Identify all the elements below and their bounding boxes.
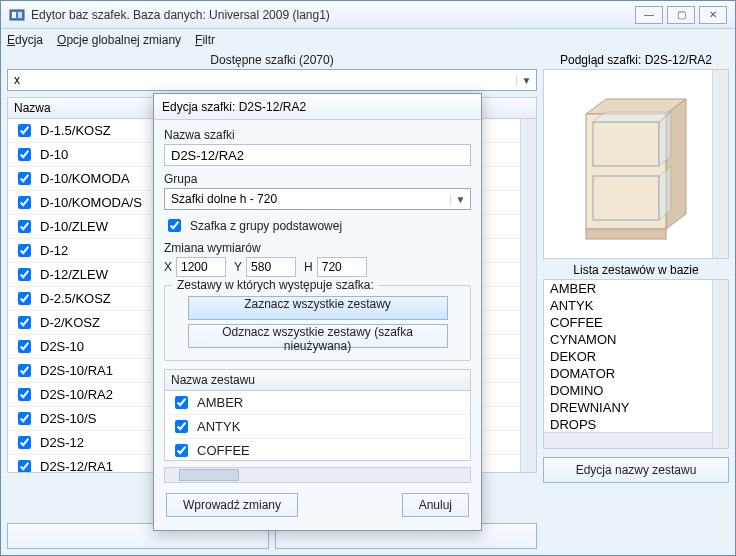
item-checkbox[interactable]	[18, 412, 31, 425]
list-item[interactable]: COFFEE	[165, 439, 470, 461]
maximize-button[interactable]: ▢	[667, 6, 695, 24]
item-checkbox[interactable]	[18, 124, 31, 137]
item-checkbox[interactable]	[175, 420, 188, 433]
filter-input[interactable]	[8, 73, 516, 87]
item-checkbox[interactable]	[18, 148, 31, 161]
svg-rect-11	[586, 229, 666, 239]
titlebar: Edytor baz szafek. Baza danych: Universa…	[1, 1, 735, 29]
menu-edit[interactable]: Edycja	[7, 33, 43, 47]
list-item[interactable]: COFFEE	[544, 314, 728, 331]
deselect-all-sets-button[interactable]: Odznacz wszystkie zestawy (szafka nieuży…	[188, 324, 448, 348]
item-label: D2S-10/RA2	[40, 387, 113, 402]
sets-scrollbar-h[interactable]	[544, 432, 712, 448]
chevron-down-icon[interactable]: ▼	[450, 194, 470, 205]
item-label: D2S-10	[40, 339, 84, 354]
dim-x-label: X	[164, 260, 172, 274]
cabinet-name-input[interactable]	[164, 144, 471, 166]
list-item[interactable]: ANTYK	[165, 415, 470, 439]
item-label: D2S-10/RA1	[40, 363, 113, 378]
item-checkbox[interactable]	[18, 340, 31, 353]
item-label: D-12	[40, 243, 68, 258]
item-label: D-2/KOSZ	[40, 315, 100, 330]
basic-group-checkbox[interactable]	[168, 219, 181, 232]
list-item[interactable]: DOMINO	[544, 382, 728, 399]
list-item[interactable]: ANTYK	[544, 297, 728, 314]
item-label: AMBER	[197, 395, 243, 410]
set-column-header[interactable]: Nazwa zestawu	[164, 369, 471, 391]
available-cabinets-title: Dostępne szafki (2070)	[7, 51, 537, 69]
list-item[interactable]: DOMATOR	[544, 365, 728, 382]
chevron-down-icon[interactable]: ▼	[516, 75, 536, 86]
window-title: Edytor baz szafek. Baza danych: Universa…	[31, 8, 635, 22]
dim-y-label: Y	[234, 260, 242, 274]
svg-marker-10	[659, 166, 671, 220]
cabinet-preview-image	[571, 84, 701, 244]
list-item[interactable]: DEKOR	[544, 348, 728, 365]
edit-cabinet-dialog: Edycja szafki: D2S-12/RA2 Nazwa szafki G…	[153, 93, 482, 531]
item-label: D-2.5/KOSZ	[40, 291, 111, 306]
item-label: D2S-10/S	[40, 411, 96, 426]
main-window: Edytor baz szafek. Baza danych: Universa…	[0, 0, 736, 556]
list-item[interactable]: CYNAMON	[544, 331, 728, 348]
item-label: D-10/ZLEW	[40, 219, 108, 234]
group-input[interactable]	[165, 192, 450, 206]
sets-groupbox: Zestawy w których występuje szafka: Zazn…	[164, 285, 471, 361]
edit-set-name-button[interactable]: Edycja nazwy zestawu	[543, 457, 729, 483]
minimize-button[interactable]: —	[635, 6, 663, 24]
list-item[interactable]: AMBER	[165, 391, 470, 415]
item-checkbox[interactable]	[18, 268, 31, 281]
menu-filter[interactable]: Filtr	[195, 33, 215, 47]
svg-rect-5	[586, 114, 666, 229]
dim-y-input[interactable]	[246, 257, 296, 277]
item-checkbox[interactable]	[175, 444, 188, 457]
basic-group-label: Szafka z grupy podstawowej	[190, 219, 342, 233]
name-label: Nazwa szafki	[164, 128, 471, 142]
menubar: Edycja Opcje globalnej zmiany Filtr	[1, 29, 735, 51]
dims-label: Zmiana wymiarów	[164, 241, 471, 255]
item-label: ANTYK	[197, 419, 240, 434]
dim-h-label: H	[304, 260, 313, 274]
item-label: D-1.5/KOSZ	[40, 123, 111, 138]
sets-legend: Zestawy w których występuje szafka:	[173, 278, 378, 292]
dialog-hscroll[interactable]	[164, 467, 471, 483]
menu-global-options[interactable]: Opcje globalnej zmiany	[57, 33, 181, 47]
app-icon	[9, 7, 25, 23]
preview-box	[543, 69, 729, 259]
item-checkbox[interactable]	[18, 460, 31, 473]
item-label: D-10/KOMODA/S	[40, 195, 142, 210]
item-checkbox[interactable]	[175, 396, 188, 409]
item-label: D-12/ZLEW	[40, 267, 108, 282]
list-item[interactable]: AMBER	[544, 280, 728, 297]
sets-scrollbar-v[interactable]	[712, 280, 728, 448]
dialog-title: Edycja szafki: D2S-12/RA2	[154, 94, 481, 120]
sets-title: Lista zestawów w bazie	[543, 259, 729, 279]
item-checkbox[interactable]	[18, 364, 31, 377]
filter-combo[interactable]: ▼	[7, 69, 537, 91]
item-checkbox[interactable]	[18, 220, 31, 233]
list-item[interactable]: DROPS	[544, 416, 728, 433]
item-checkbox[interactable]	[18, 196, 31, 209]
dim-h-input[interactable]	[317, 257, 367, 277]
cancel-button[interactable]: Anuluj	[402, 493, 469, 517]
item-checkbox[interactable]	[18, 244, 31, 257]
dialog-sets-list[interactable]: AMBERANTYKCOFFEE	[164, 391, 471, 461]
sets-list[interactable]: AMBERANTYKCOFFEECYNAMONDEKORDOMATORDOMIN…	[543, 279, 729, 449]
item-label: D2S-12	[40, 435, 84, 450]
svg-rect-1	[12, 12, 16, 18]
item-checkbox[interactable]	[18, 316, 31, 329]
item-checkbox[interactable]	[18, 292, 31, 305]
group-combo[interactable]: ▼	[164, 188, 471, 210]
item-label: D-10/KOMODA	[40, 171, 130, 186]
preview-scrollbar[interactable]	[712, 70, 728, 258]
apply-button[interactable]: Wprowadź zmiany	[166, 493, 298, 517]
dim-x-input[interactable]	[176, 257, 226, 277]
group-label: Grupa	[164, 172, 471, 186]
item-checkbox[interactable]	[18, 436, 31, 449]
select-all-sets-button[interactable]: Zaznacz wszystkie zestawy	[188, 296, 448, 320]
list-item[interactable]: DREWNIANY	[544, 399, 728, 416]
item-checkbox[interactable]	[18, 172, 31, 185]
scrollbar-vertical[interactable]	[520, 119, 536, 472]
close-button[interactable]: ✕	[699, 6, 727, 24]
item-checkbox[interactable]	[18, 388, 31, 401]
item-label: COFFEE	[197, 443, 250, 458]
